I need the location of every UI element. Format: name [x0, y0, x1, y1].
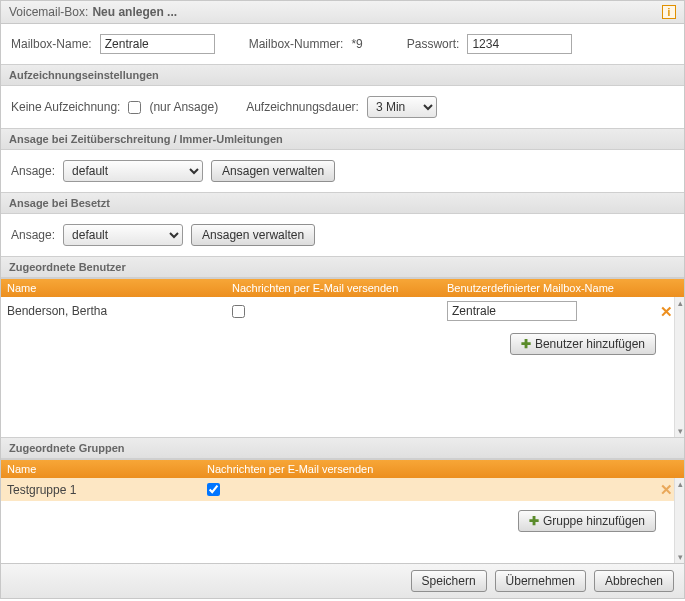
section-users: Zugeordnete Benutzer	[1, 256, 684, 278]
dialog-footer: Speichern Übernehmen Abbrechen	[1, 563, 684, 598]
info-icon[interactable]: i	[662, 5, 676, 19]
users-table: Name Nachrichten per E-Mail versenden Be…	[1, 278, 684, 437]
section-groups: Zugeordnete Gruppen	[1, 437, 684, 459]
no-recording-checkbox[interactable]	[128, 101, 141, 114]
section-ansage-busy: Ansage bei Besetzt	[1, 192, 684, 214]
scroll-down-icon[interactable]: ▾	[675, 551, 685, 563]
groups-table: Name Nachrichten per E-Mail versenden Te…	[1, 459, 684, 563]
recording-row: Keine Aufzeichnung: (nur Ansage) Aufzeic…	[1, 86, 684, 128]
users-header: Name Nachrichten per E-Mail versenden Be…	[1, 279, 684, 297]
users-hdr-mbx: Benutzerdefinierter Mailbox-Name	[447, 282, 654, 294]
user-mail-checkbox[interactable]	[232, 305, 245, 318]
groups-body: Testgruppe 1 ✕ ▴ ▾ ✚Gruppe hinzufügen	[1, 478, 684, 563]
users-hdr-name: Name	[7, 282, 232, 294]
ansage-timeout-select[interactable]: default	[63, 160, 203, 182]
ansage-busy-select[interactable]: default	[63, 224, 183, 246]
user-name: Benderson, Bertha	[7, 304, 232, 318]
mailbox-number-label: Mailbox-Nummer:	[249, 37, 344, 51]
ansage-busy-row: Ansage: default Ansagen verwalten	[1, 214, 684, 256]
voicemail-dialog: Voicemail-Box: Neu anlegen ... i Mailbox…	[0, 0, 685, 599]
password-label: Passwort:	[407, 37, 460, 51]
scroll-down-icon[interactable]: ▾	[675, 425, 685, 437]
plus-icon: ✚	[521, 337, 531, 351]
table-row: Testgruppe 1 ✕	[1, 478, 684, 501]
groups-hdr-name: Name	[7, 463, 207, 475]
password-input[interactable]	[467, 34, 572, 54]
group-name: Testgruppe 1	[7, 483, 207, 497]
groups-hdr-mail: Nachrichten per E-Mail versenden	[207, 463, 654, 475]
mailbox-name-label: Mailbox-Name:	[11, 37, 92, 51]
ansage-busy-manage-button[interactable]: Ansagen verwalten	[191, 224, 315, 246]
ansage-busy-label: Ansage:	[11, 228, 55, 242]
user-mailbox-name-input[interactable]	[447, 301, 577, 321]
no-recording-hint: (nur Ansage)	[149, 100, 218, 114]
delete-icon[interactable]: ✕	[660, 304, 673, 319]
apply-button[interactable]: Übernehmen	[495, 570, 586, 592]
title-prefix: Voicemail-Box:	[9, 5, 88, 19]
group-mail-checkbox[interactable]	[207, 483, 220, 496]
section-recording: Aufzeichnungseinstellungen	[1, 64, 684, 86]
users-scrollbar[interactable]: ▴ ▾	[674, 297, 684, 437]
no-recording-label: Keine Aufzeichnung:	[11, 100, 120, 114]
plus-icon: ✚	[529, 514, 539, 528]
titlebar: Voicemail-Box: Neu anlegen ... i	[1, 1, 684, 24]
title-name: Neu anlegen ...	[92, 5, 177, 19]
scroll-up-icon[interactable]: ▴	[675, 478, 685, 490]
add-user-button[interactable]: ✚Benutzer hinzufügen	[510, 333, 656, 355]
ansage-timeout-row: Ansage: default Ansagen verwalten	[1, 150, 684, 192]
table-row: Benderson, Bertha ✕	[1, 297, 684, 325]
recording-duration-label: Aufzeichnungsdauer:	[246, 100, 359, 114]
delete-icon[interactable]: ✕	[660, 482, 673, 497]
save-button[interactable]: Speichern	[411, 570, 487, 592]
cancel-button[interactable]: Abbrechen	[594, 570, 674, 592]
groups-header: Name Nachrichten per E-Mail versenden	[1, 460, 684, 478]
basic-row: Mailbox-Name: Mailbox-Nummer: *9 Passwor…	[1, 24, 684, 64]
mailbox-number-value: *9	[351, 37, 362, 51]
groups-scrollbar[interactable]: ▴ ▾	[674, 478, 684, 563]
users-hdr-mail: Nachrichten per E-Mail versenden	[232, 282, 447, 294]
ansage-timeout-label: Ansage:	[11, 164, 55, 178]
users-body: Benderson, Bertha ✕ ▴ ▾ ✚Benutzer hinzuf…	[1, 297, 684, 437]
scroll-up-icon[interactable]: ▴	[675, 297, 685, 309]
section-ansage-timeout: Ansage bei Zeitüberschreitung / Immer-Um…	[1, 128, 684, 150]
add-group-button[interactable]: ✚Gruppe hinzufügen	[518, 510, 656, 532]
mailbox-name-input[interactable]	[100, 34, 215, 54]
recording-duration-select[interactable]: 3 Min	[367, 96, 437, 118]
ansage-timeout-manage-button[interactable]: Ansagen verwalten	[211, 160, 335, 182]
